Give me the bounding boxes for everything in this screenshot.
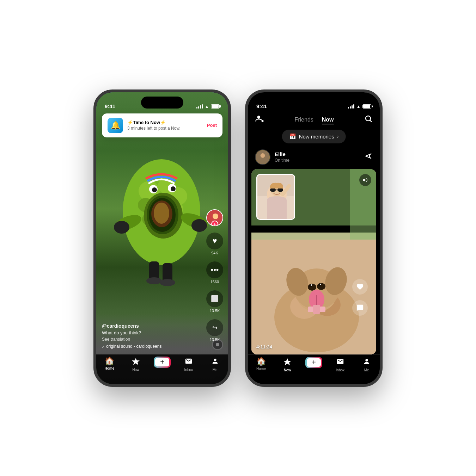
heart-icon: ♥ <box>206 233 223 249</box>
svg-point-32 <box>366 116 371 121</box>
create-button-left[interactable]: + <box>154 357 170 367</box>
svg-point-29 <box>257 116 261 119</box>
svg-point-47 <box>308 284 316 291</box>
home-label-right: Home <box>256 367 266 371</box>
feed-caption: What do you think? <box>102 330 200 335</box>
signal-icon-right <box>348 104 354 109</box>
phone-screen-right: 9:41 ▲ <box>248 92 380 384</box>
now-header: Friends Now <box>248 111 380 128</box>
notification-subtitle: 3 minutes left to post a Now. <box>127 126 203 131</box>
feed-translation-link[interactable]: See translation <box>102 337 200 342</box>
now-label-left: Now <box>132 368 139 372</box>
bottom-nav-left: 🏠 Home Now + + <box>96 354 228 384</box>
bell-icon: 🔔 <box>111 121 120 130</box>
phone-right: 9:41 ▲ <box>245 89 383 387</box>
now-timestamp: 4:11:24 <box>256 344 272 350</box>
phone-left: 9:41 ▲ <box>93 89 231 387</box>
notification-content: ⚡Time to Now⚡ 3 minutes left to post a N… <box>127 120 203 131</box>
share-button-now[interactable] <box>364 152 373 162</box>
inbox-label-right: Inbox <box>336 368 344 372</box>
now-memories-pill[interactable]: 📅 Now memories › <box>282 130 346 143</box>
svg-line-33 <box>370 120 372 122</box>
comment-count: 1560 <box>210 280 219 284</box>
now-photo-content: 4:11:24 <box>251 169 376 354</box>
follow-plus-icon[interactable]: + <box>211 221 218 226</box>
now-user-details: Ellie On time <box>275 151 289 163</box>
avatar-action[interactable]: + <box>206 209 223 226</box>
memories-label: Now memories <box>299 134 334 140</box>
bookmark-count: 13.5K <box>210 309 220 313</box>
now-user-status: On time <box>275 158 289 163</box>
like-count: 94K <box>211 251 218 255</box>
bookmark-action[interactable]: ⬜ 13.5K <box>206 290 223 313</box>
comment-icon: ••• <box>206 261 223 278</box>
home-icon: 🏠 <box>105 357 114 365</box>
tab-friends[interactable]: Friends <box>294 117 313 123</box>
share-count: 13.5K <box>210 338 220 342</box>
battery-icon-left <box>211 104 220 109</box>
chevron-right-icon: › <box>337 134 339 139</box>
now-like-button[interactable] <box>352 279 368 295</box>
now-main-photo <box>251 169 376 354</box>
inbox-icon-left <box>185 357 193 366</box>
nav-me-right[interactable]: Me <box>353 358 380 372</box>
notification-action-button[interactable]: Post <box>207 123 217 128</box>
nav-now-right[interactable]: Now <box>274 358 301 372</box>
feed-info-panel: @cardioqueens What do you think? See tra… <box>102 323 200 349</box>
add-friend-icon[interactable] <box>255 114 264 125</box>
calendar-icon: 📅 <box>289 133 296 140</box>
svg-rect-66 <box>277 188 283 192</box>
notification-title: ⚡Time to Now⚡ <box>127 120 203 125</box>
bottom-nav-right: 🏠 Home Now + + <box>248 354 380 384</box>
music-note-icon: ♪ <box>102 344 104 349</box>
create-button-right[interactable]: + <box>306 358 322 367</box>
svg-point-27 <box>213 214 218 219</box>
now-comment-button[interactable] <box>352 300 368 316</box>
profile-icon-left <box>211 357 219 366</box>
nav-create-left[interactable]: + + <box>149 357 176 372</box>
feed-username[interactable]: @cardioqueens <box>102 323 200 329</box>
search-icon-right[interactable] <box>364 115 373 125</box>
svg-point-20 <box>114 221 129 234</box>
phone-screen-left: 9:41 ▲ <box>96 92 228 384</box>
create-plus-icon-right: + <box>307 358 321 367</box>
feed-sound-info: ♪ original sound - cardioqueens <box>102 344 200 349</box>
nav-inbox-right[interactable]: Inbox <box>327 358 353 372</box>
now-tabs: Friends Now <box>294 117 334 123</box>
svg-point-48 <box>317 283 325 290</box>
share-action[interactable]: ↪ 13.5K <box>206 319 223 342</box>
sound-label: original sound - cardioqueens <box>106 344 161 349</box>
status-icons-left: ▲ <box>196 104 220 109</box>
sound-icon[interactable] <box>359 174 371 186</box>
svg-point-17 <box>171 186 176 191</box>
like-action[interactable]: ♥ 94K <box>206 233 223 255</box>
svg-point-28 <box>214 358 216 361</box>
nav-create-right[interactable]: + + <box>301 358 327 373</box>
me-label-left: Me <box>213 368 218 372</box>
svg-point-24 <box>146 277 162 284</box>
nav-me-left[interactable]: Me <box>202 357 228 372</box>
nav-home-left[interactable]: 🏠 Home <box>96 357 123 370</box>
svg-rect-57 <box>313 305 320 314</box>
comment-action[interactable]: ••• 1560 <box>206 261 223 284</box>
now-content-actions <box>352 279 368 316</box>
now-icon-left <box>132 357 140 366</box>
tab-now[interactable]: Now <box>322 117 334 123</box>
svg-point-13 <box>154 203 169 224</box>
now-icon-right <box>283 358 291 367</box>
svg-point-69 <box>365 359 368 361</box>
wifi-icon-right: ▲ <box>356 104 361 109</box>
nav-now-left[interactable]: Now <box>123 357 149 372</box>
now-user-avatar[interactable] <box>255 149 270 165</box>
nav-home-right[interactable]: 🏠 Home <box>248 358 274 371</box>
status-icons-right: ▲ <box>348 104 371 109</box>
nav-inbox-left[interactable]: Inbox <box>175 357 202 372</box>
inbox-icon-right <box>336 358 344 367</box>
create-plus-icon-left: + <box>155 358 169 366</box>
svg-point-16 <box>152 187 157 192</box>
now-user-info: Ellie On time <box>255 149 289 165</box>
wifi-icon-left: ▲ <box>205 104 209 109</box>
svg-point-35 <box>261 153 265 158</box>
notification-banner[interactable]: 🔔 ⚡Time to Now⚡ 3 minutes left to post a… <box>102 113 222 137</box>
notification-icon: 🔔 <box>108 118 123 133</box>
